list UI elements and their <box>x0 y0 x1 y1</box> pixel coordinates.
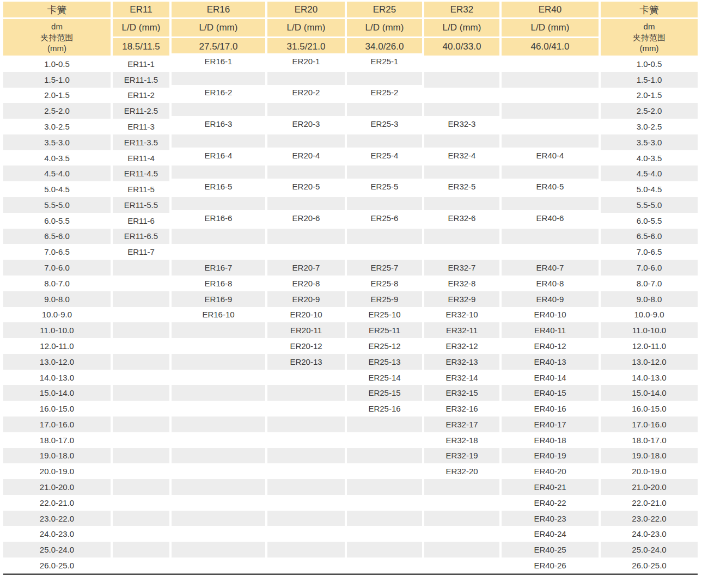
collet-cell: ER32-5 <box>424 179 499 194</box>
collet-cell: ER40-19 <box>502 448 599 464</box>
collet-cell <box>267 495 345 511</box>
collet-cell <box>424 558 499 573</box>
collet-cell: ER20-13 <box>267 354 345 370</box>
collet-cell <box>347 244 422 260</box>
range-cell-left: 6.0-5.5 <box>3 213 111 229</box>
range-cell-left: 10.0-9.0 <box>3 307 111 323</box>
collet-cell <box>172 370 265 385</box>
collet-cell: ER32-20 <box>424 463 499 479</box>
table-row: 1.0-0.5ER11-1ER16-1ER20-1ER25-11.0-0.5 <box>3 56 698 72</box>
collet-cell <box>502 103 599 119</box>
table-row: 5.0-4.5ER11-5ER16-5ER20-5ER25-5ER32-5ER4… <box>3 181 698 197</box>
collet-cell: ER32-19 <box>424 448 499 464</box>
collet-cell <box>172 495 265 511</box>
collet-cell <box>172 354 265 370</box>
range-cell-left: 2.0-1.5 <box>3 88 111 103</box>
range-cell-left: 14.0-13.0 <box>3 370 111 385</box>
ld-label: L/D (mm) <box>113 19 169 36</box>
collet-cell: ER40-6 <box>502 210 599 226</box>
collet-cell: ER11-1 <box>113 56 169 72</box>
table-row: 25.0-24.0ER40-2525.0-24.0 <box>3 542 698 558</box>
collet-cell <box>267 479 345 495</box>
collet-cell: ER32-3 <box>424 116 499 132</box>
collet-cell <box>172 479 265 495</box>
table-row: 6.0-5.5ER11-6ER16-6ER20-6ER25-6ER32-6ER4… <box>3 213 698 229</box>
ld-label: L/D (mm) <box>347 19 422 36</box>
table-row: 26.0-25.0ER40-2626.0-25.0 <box>3 558 698 573</box>
collet-cell: ER40-18 <box>502 432 599 448</box>
collet-cell <box>172 244 265 260</box>
range-cell-left: 1.0-0.5 <box>3 56 111 72</box>
collet-cell <box>172 229 265 244</box>
range-cell-right: 22.0-21.0 <box>601 495 698 511</box>
table-row: 16.0-15.0ER25-16ER32-16ER40-1616.0-15.0 <box>3 401 698 416</box>
table-row: 23.0-22.0ER40-2323.0-22.0 <box>3 511 698 526</box>
range-cell-left: 25.0-24.0 <box>3 542 111 558</box>
collet-cell <box>502 88 599 103</box>
collet-cell: ER40-22 <box>502 495 599 511</box>
range-cell-left: 5.5-5.0 <box>3 197 111 213</box>
collet-cell <box>113 338 169 354</box>
collet-cell <box>267 463 345 479</box>
range-cell-right: 3.0-2.5 <box>601 119 698 134</box>
range-cell-left: 22.0-21.0 <box>3 495 111 511</box>
collet-cell: ER40-26 <box>502 558 599 573</box>
range-cell-right: 4.5-4.0 <box>601 166 698 181</box>
range-cell-left: 3.5-3.0 <box>3 134 111 150</box>
collet-cell: ER25-5 <box>347 179 422 194</box>
collet-cell <box>347 495 422 511</box>
collet-cell <box>172 338 265 354</box>
collet-cell <box>113 463 169 479</box>
range-cell-right: 21.0-20.0 <box>601 479 698 495</box>
range-cell-right: 9.0-8.0 <box>601 291 698 307</box>
range-cell-left: 3.0-2.5 <box>3 119 111 134</box>
collet-cell: ER25-1 <box>347 53 422 69</box>
collet-cell: ER40-15 <box>502 385 599 401</box>
collet-cell <box>267 385 345 401</box>
collet-cell <box>113 416 169 432</box>
collet-cell: ER11-7 <box>113 244 169 260</box>
collet-cell <box>347 463 422 479</box>
collet-cell <box>267 229 345 244</box>
collet-cell <box>113 260 169 275</box>
collet-cell <box>113 542 169 558</box>
table-row: 22.0-21.0ER40-2222.0-21.0 <box>3 495 698 511</box>
subtitle-line: 夹持范围 <box>633 32 666 43</box>
collet-cell: ER25-10 <box>347 307 422 323</box>
range-cell-right: 3.5-3.0 <box>601 134 698 150</box>
collet-cell: ER16-2 <box>172 85 265 101</box>
range-cell-left: 4.0-3.5 <box>3 150 111 166</box>
table-header: 卡簧 ER11 ER16 ER20 ER25 ER32 ER40 卡簧 dm 夹… <box>3 2 698 56</box>
collet-cell: ER40-5 <box>502 179 599 194</box>
collet-cell: ER25-15 <box>347 385 422 401</box>
ld-label: L/D (mm) <box>172 19 265 36</box>
collet-cell: ER32-17 <box>424 416 499 432</box>
collet-cell: ER11-6 <box>113 213 169 229</box>
range-cell-right: 11.0-10.0 <box>601 322 698 338</box>
collet-cell <box>424 72 499 88</box>
collet-cell <box>502 229 599 244</box>
collet-cell: ER40-13 <box>502 354 599 370</box>
table-row: 3.0-2.5ER11-3ER16-3ER20-3ER25-3ER32-33.0… <box>3 119 698 134</box>
collet-cell: ER40-14 <box>502 370 599 385</box>
collet-cell: ER25-8 <box>347 275 422 291</box>
range-cell-right: 17.0-16.0 <box>601 416 698 432</box>
collet-cell: ER40-17 <box>502 416 599 432</box>
range-cell-left: 8.0-7.0 <box>3 275 111 291</box>
collet-cell: ER40-16 <box>502 401 599 416</box>
table-row: 7.0-6.0ER16-7ER20-7ER25-7ER32-7ER40-77.0… <box>3 260 698 275</box>
collet-cell: ER20-2 <box>267 85 345 101</box>
collet-cell: ER40-25 <box>502 542 599 558</box>
range-cell-left: 19.0-18.0 <box>3 448 111 464</box>
collet-cell: ER16-4 <box>172 148 265 163</box>
collet-cell: ER40-8 <box>502 275 599 291</box>
range-cell-left: 1.5-1.0 <box>3 72 111 88</box>
range-cell-left: 6.5-6.0 <box>3 229 111 244</box>
collet-cell: ER32-7 <box>424 260 499 275</box>
column-header-er11: ER11 <box>113 2 169 17</box>
clip-title-left: 卡簧 <box>3 2 111 17</box>
collet-cell: ER32-11 <box>424 322 499 338</box>
collet-cell: ER16-8 <box>172 275 265 291</box>
ld-label: L/D (mm) <box>424 19 499 36</box>
ld-value: 18.5/11.5 <box>113 38 169 56</box>
